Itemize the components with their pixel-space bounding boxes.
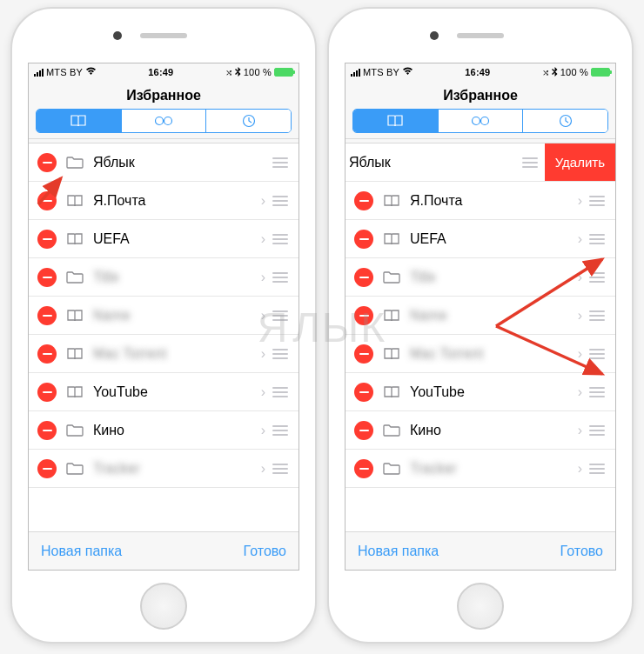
delete-control-icon[interactable] [37,383,57,402]
reorder-handle-icon[interactable] [587,464,607,474]
reorder-handle-icon[interactable] [271,234,290,244]
delete-control-icon[interactable] [37,153,57,172]
done-button[interactable]: Готово [244,544,286,559]
toolbar: Новая папка Готово [29,531,299,570]
delete-control-icon[interactable] [37,306,57,325]
tab-bookmarks[interactable] [353,110,438,132]
status-bar: MTS BY 16:49 ⤭ 100 % [29,63,299,81]
done-button[interactable]: Готово [560,544,603,559]
list-item[interactable]: Tracker› [345,450,615,488]
nav-header: Избранное [345,81,615,143]
reorder-handle-icon[interactable] [271,387,290,397]
delete-control-icon[interactable] [37,230,57,249]
list-item[interactable]: Яблык [29,143,299,182]
reorder-handle-icon[interactable] [587,425,607,436]
list-item[interactable]: Name› [29,297,299,335]
list-item[interactable]: YouTube› [29,373,299,411]
front-camera [113,31,122,40]
tab-bookmarks[interactable] [37,110,121,132]
segmented-control[interactable] [36,109,292,133]
bluetooth-icon [235,67,241,78]
list-item-label: UEFA [410,231,573,247]
reorder-handle-icon[interactable] [587,310,607,321]
delete-control-icon[interactable] [37,459,57,478]
delete-control-icon[interactable] [37,421,57,440]
delete-control-icon[interactable] [354,191,373,210]
tab-reading-list[interactable] [438,110,523,132]
signal-icon [34,68,44,77]
chevron-right-icon: › [578,308,582,324]
battery-icon [591,68,610,77]
tab-history[interactable] [205,110,291,132]
home-button[interactable] [457,583,504,630]
bookmarks-list-right: ЯблыкУдалитьЯ.Почта›UEFA›Title›Name›Mac … [345,143,615,531]
delete-control-icon[interactable] [354,383,373,402]
earpiece-speaker [457,33,504,38]
reorder-handle-icon[interactable] [587,196,607,206]
folder-icon [65,270,84,284]
folder-icon [382,424,401,437]
folder-icon [65,424,84,437]
delete-control-icon[interactable] [354,230,373,249]
folder-icon [65,156,84,170]
list-item[interactable]: Name› [345,297,615,335]
alarm-icon: ⤭ [542,68,549,77]
list-item[interactable]: Mac Torrent› [29,335,299,373]
delete-control-icon[interactable] [354,421,373,440]
tab-history[interactable] [522,110,607,132]
list-item[interactable]: ЯблыкУдалить [345,143,615,182]
tab-reading-list[interactable] [121,110,206,132]
list-item[interactable]: Mac Torrent› [345,335,615,373]
list-item-label: Mac Torrent [93,346,256,362]
list-item-label: Title [410,270,573,285]
new-folder-button[interactable]: Новая папка [358,544,439,559]
chevron-right-icon: › [578,423,582,438]
bookmark-icon [382,194,401,208]
chevron-right-icon: › [261,231,265,247]
folder-icon [65,462,84,476]
list-item[interactable]: UEFA› [345,220,615,258]
reorder-handle-icon[interactable] [520,157,540,168]
list-item[interactable]: Я.Почта› [29,182,299,220]
nav-header: Избранное [29,81,299,143]
list-item[interactable]: Title› [345,258,615,297]
toolbar: Новая папка Готово [345,531,615,570]
reorder-handle-icon[interactable] [271,310,290,321]
delete-control-icon[interactable] [37,191,57,210]
segmented-control[interactable] [352,109,608,133]
reorder-handle-icon[interactable] [587,387,607,397]
new-folder-button[interactable]: Новая папка [41,544,122,559]
list-item[interactable]: Кино› [29,411,299,450]
reorder-handle-icon[interactable] [271,157,290,168]
delete-control-icon[interactable] [354,268,373,287]
reorder-handle-icon[interactable] [587,234,607,244]
page-title: Избранное [345,88,615,103]
reorder-handle-icon[interactable] [587,272,607,283]
list-item[interactable]: Title› [29,258,299,297]
reorder-handle-icon[interactable] [271,464,290,474]
reorder-handle-icon[interactable] [271,272,290,283]
delete-control-icon[interactable] [354,459,373,478]
reorder-handle-icon[interactable] [271,349,290,359]
list-item-label: Я.Почта [93,193,256,209]
reorder-handle-icon[interactable] [271,425,290,436]
list-item[interactable]: UEFA› [29,220,299,258]
list-item[interactable]: YouTube› [345,373,615,411]
delete-control-icon[interactable] [354,306,373,325]
reorder-handle-icon[interactable] [271,196,290,206]
delete-control-icon[interactable] [37,268,57,287]
home-button[interactable] [140,583,187,630]
chevron-right-icon: › [578,270,582,285]
status-time: 16:49 [465,67,490,77]
list-item[interactable]: Кино› [345,411,615,450]
list-item[interactable]: Я.Почта› [345,182,615,220]
chevron-right-icon: › [261,308,265,324]
list-item[interactable]: Tracker› [29,450,299,488]
delete-control-icon[interactable] [354,344,373,364]
delete-control-icon[interactable] [37,344,57,364]
svg-point-1 [164,117,172,125]
delete-button[interactable]: Удалить [545,143,615,181]
reorder-handle-icon[interactable] [587,349,607,359]
chevron-right-icon: › [578,231,582,247]
chevron-right-icon: › [261,270,265,285]
